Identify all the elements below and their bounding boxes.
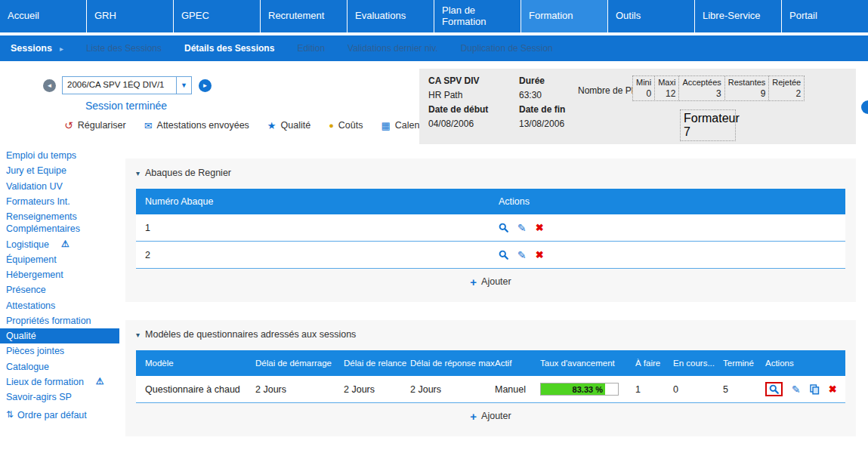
sidebar-item-hebergement[interactable]: Hébergement xyxy=(0,267,119,282)
sidebar-item-qualite[interactable]: Qualité xyxy=(0,328,119,343)
sidebar-item-label: Pièces jointes xyxy=(6,345,64,357)
column-actions: Actions xyxy=(759,359,845,368)
sidebar-item-equipement[interactable]: Équipement xyxy=(0,252,119,267)
attestations-envoyees-button[interactable]: ✉ Attestations envoyées xyxy=(144,120,249,131)
collapse-caret-icon: ▾ xyxy=(136,331,140,339)
tab-accueil[interactable]: Accueil xyxy=(0,0,87,32)
tab-portail[interactable]: Portail xyxy=(782,0,868,32)
tab-libre-service[interactable]: Libre-Service xyxy=(695,0,782,32)
sidebar-item-presence[interactable]: Présence xyxy=(0,282,119,297)
delete-icon[interactable]: ✖ xyxy=(536,222,544,233)
sidebar-item-formateurs-int[interactable]: Formateurs Int. xyxy=(0,194,119,209)
sidebar-item-label: Renseignements Complémentaires xyxy=(6,211,116,236)
search-icon[interactable] xyxy=(769,384,779,394)
chevron-right-icon: ▸ xyxy=(60,45,63,53)
sidebar-item-label: Propriétés formation xyxy=(6,315,91,327)
abaques-section-toggle[interactable]: ▾ Abaques de Regnier xyxy=(136,168,845,178)
edit-icon[interactable]: ✎ xyxy=(517,222,527,234)
previous-session-button[interactable]: ◄ xyxy=(43,79,56,92)
tab-recrutement[interactable]: Recrutement xyxy=(261,0,348,32)
tab-gpec[interactable]: GPEC xyxy=(174,0,261,32)
sidebar-item-logistique[interactable]: Logistique ⚠ xyxy=(0,237,119,252)
place-cell-label: Restantes xyxy=(728,78,766,87)
sidebar-item-attestations[interactable]: Attestations xyxy=(0,298,119,313)
sidebar-item-proprietes-formation[interactable]: Propriétés formation xyxy=(0,313,119,328)
tab-outils[interactable]: Outils xyxy=(608,0,695,32)
progress-bar: 83.33 % xyxy=(540,383,619,396)
coins-icon: ● xyxy=(329,121,334,130)
place-cell-value: 12 xyxy=(658,88,675,99)
date-fin-label: Date de fin xyxy=(519,104,588,115)
questionnaires-table-header: Modèle Délai de démarrage Délai de relan… xyxy=(136,350,845,376)
session-actions: ↺ Régulariser ✉ Attestations envoyées ★ … xyxy=(64,119,438,131)
edit-icon[interactable]: ✎ xyxy=(517,249,527,261)
tab-grh[interactable]: GRH xyxy=(87,0,174,32)
column-taux-avancement: Taux d'avancement xyxy=(534,359,629,368)
copy-icon[interactable] xyxy=(810,384,820,395)
sidebar-item-label: Jury et Equipe xyxy=(6,165,66,177)
date-debut-value: 04/08/2006 xyxy=(428,119,519,129)
sidebar-item-ordre-par-defaut[interactable]: ⇅ Ordre par défaut xyxy=(0,408,119,423)
abaques-add-button[interactable]: + Ajouter xyxy=(136,269,845,294)
session-selector-value: 2006/CA SPV 1ÉQ DIV/1 xyxy=(63,77,176,94)
subnav-sessions[interactable]: Sessions xyxy=(11,43,52,54)
search-icon[interactable] xyxy=(499,250,508,260)
sidebar-item-label: Équipement xyxy=(6,254,57,266)
sidebar-item-label: Qualité xyxy=(6,330,36,342)
sidebar-item-emploi-du-temps[interactable]: Emploi du temps xyxy=(0,148,119,163)
sort-icon: ⇅ xyxy=(6,409,14,421)
date-fin-value: 13/08/2006 xyxy=(519,119,588,129)
edit-icon[interactable]: ✎ xyxy=(792,383,801,396)
tab-evaluations[interactable]: Evaluations xyxy=(348,0,434,32)
delete-icon[interactable]: ✖ xyxy=(829,383,837,395)
tab-formation[interactable]: Formation xyxy=(521,0,608,32)
row-actions: ✎ ✖ xyxy=(490,222,845,234)
regulariser-button[interactable]: ↺ Régulariser xyxy=(64,119,126,131)
sidebar-item-pieces-jointes[interactable]: Pièces jointes xyxy=(0,343,119,359)
main-content: ▾ Abaques de Regnier Numéro Abaque Actio… xyxy=(125,148,868,462)
questionnaires-add-button[interactable]: + Ajouter xyxy=(136,403,845,429)
delete-icon[interactable]: ✖ xyxy=(536,249,544,260)
top-nav: Accueil GRH GPEC Recrutement Evaluations… xyxy=(0,0,868,34)
formateur-cell: Formateur 7 xyxy=(680,109,736,141)
places-cells: Mini 0 Maxi 12 Acceptées 3 Restantes 9 R… xyxy=(633,75,805,101)
session-info-grid: CA SPV DIV Durée HR Path 63:30 Date de d… xyxy=(428,75,588,129)
questionnaires-section-toggle[interactable]: ▾ Modèles de questionnaires adressés aux… xyxy=(136,329,845,340)
questionnaires-panel: ▾ Modèles de questionnaires adressés aux… xyxy=(125,320,856,436)
couts-button[interactable]: ● Coûts xyxy=(329,120,363,131)
qualite-button[interactable]: ★ Qualité xyxy=(267,120,310,131)
abaques-panel: ▾ Abaques de Regnier Numéro Abaque Actio… xyxy=(125,159,856,302)
place-cell-value: 0 xyxy=(636,88,651,99)
subnav-liste-des-sessions[interactable]: Liste des Sessions xyxy=(86,43,162,54)
subnav-details-des-sessions[interactable]: Détails des Sessions xyxy=(184,43,274,54)
sidebar-item-jury-et-equipe[interactable]: Jury et Equipe xyxy=(0,163,119,178)
action-label: Régulariser xyxy=(78,120,126,131)
column-actif: Actif xyxy=(489,359,534,368)
sidebar-item-savoir-agirs-sp[interactable]: Savoir-agirs SP xyxy=(0,390,119,405)
sidebar-item-label: Hébergement xyxy=(6,269,63,281)
column-a-faire: À faire xyxy=(629,359,667,368)
chevron-down-icon[interactable]: ▼ xyxy=(176,77,191,94)
duree-label: Durée xyxy=(519,75,588,86)
subnav-validations-dernier-niv[interactable]: Validations dernier niv. xyxy=(348,43,438,54)
subnav-duplication-de-session[interactable]: Duplication de Session xyxy=(461,43,553,54)
session-selector[interactable]: 2006/CA SPV 1ÉQ DIV/1 ▼ xyxy=(62,76,192,94)
search-icon[interactable] xyxy=(499,223,508,233)
sidebar-item-renseignements-complementaires[interactable]: Renseignements Complémentaires xyxy=(0,209,119,237)
sidebar-item-validation-uv[interactable]: Validation UV xyxy=(0,179,119,194)
session-info-panel: CA SPV DIV Durée HR Path 63:30 Date de d… xyxy=(419,69,856,144)
session-status: Session terminée xyxy=(54,100,198,112)
subnav-edition[interactable]: Edition xyxy=(297,43,325,54)
abaques-section-title: Abaques de Regnier xyxy=(145,168,231,178)
sidebar: Emploi du temps Jury et Equipe Validatio… xyxy=(0,148,119,462)
abaques-table-header: Numéro Abaque Actions xyxy=(136,189,845,214)
add-label: Ajouter xyxy=(481,276,511,287)
tab-plan-de-formation[interactable]: Plan de Formation xyxy=(434,0,521,32)
questionnaire-termine: 5 xyxy=(717,384,759,395)
sidebar-item-catalogue[interactable]: Catalogue xyxy=(0,359,119,374)
questionnaire-a-faire: 1 xyxy=(629,384,667,395)
course-value: HR Path xyxy=(428,90,519,100)
next-session-button[interactable]: ► xyxy=(199,79,212,92)
sidebar-item-lieux-de-formation[interactable]: Lieux de formation ⚠ xyxy=(0,374,119,390)
questionnaire-en-cours: 0 xyxy=(667,384,717,395)
